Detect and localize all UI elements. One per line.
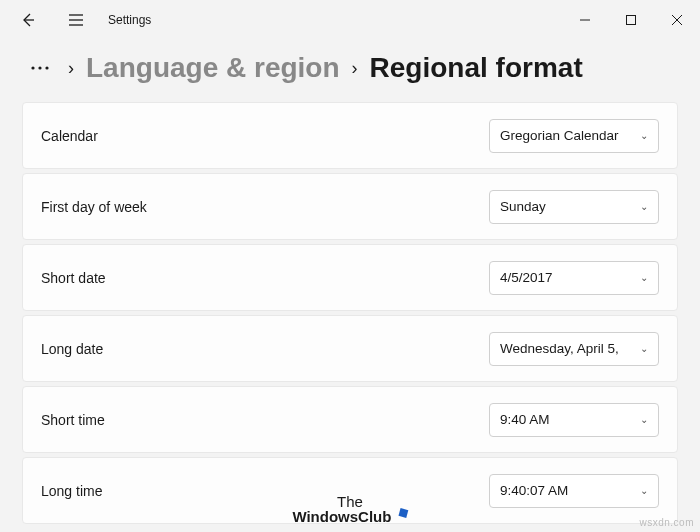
- chevron-down-icon: ⌄: [640, 485, 648, 496]
- titlebar: Settings: [0, 0, 700, 40]
- hamburger-icon: [68, 12, 84, 28]
- window-controls: [562, 4, 700, 36]
- setting-label: Calendar: [41, 128, 98, 144]
- close-button[interactable]: [654, 4, 700, 36]
- app-title: Settings: [108, 13, 151, 27]
- breadcrumb-current: Regional format: [370, 52, 583, 84]
- dropdown-value: 4/5/2017: [500, 270, 553, 285]
- setting-row-short-time: Short time 9:40 AM ⌄: [22, 386, 678, 453]
- svg-point-9: [38, 66, 41, 69]
- long-time-dropdown[interactable]: 9:40:07 AM ⌄: [489, 474, 659, 508]
- setting-label: First day of week: [41, 199, 147, 215]
- setting-label: Long time: [41, 483, 102, 499]
- maximize-button[interactable]: [608, 4, 654, 36]
- chevron-down-icon: ⌄: [640, 130, 648, 141]
- dropdown-value: Gregorian Calendar: [500, 128, 619, 143]
- setting-label: Long date: [41, 341, 103, 357]
- close-icon: [672, 15, 682, 25]
- dropdown-value: Sunday: [500, 199, 546, 214]
- first-day-dropdown[interactable]: Sunday ⌄: [489, 190, 659, 224]
- dropdown-value: 9:40:07 AM: [500, 483, 568, 498]
- breadcrumb-parent-link[interactable]: Language & region: [86, 52, 340, 84]
- setting-row-first-day: First day of week Sunday ⌄: [22, 173, 678, 240]
- setting-row-long-date: Long date Wednesday, April 5, ⌄: [22, 315, 678, 382]
- chevron-down-icon: ⌄: [640, 414, 648, 425]
- svg-point-8: [31, 66, 34, 69]
- chevron-right-icon: ›: [68, 58, 74, 79]
- dropdown-value: Wednesday, April 5,: [500, 341, 619, 356]
- maximize-icon: [626, 15, 636, 25]
- chevron-down-icon: ⌄: [640, 201, 648, 212]
- nav-menu-button[interactable]: [56, 0, 96, 40]
- setting-label: Short date: [41, 270, 106, 286]
- svg-point-10: [45, 66, 48, 69]
- more-horizontal-icon: [30, 64, 50, 72]
- long-date-dropdown[interactable]: Wednesday, April 5, ⌄: [489, 332, 659, 366]
- breadcrumb: › Language & region › Regional format: [0, 40, 700, 102]
- settings-list: Calendar Gregorian Calendar ⌄ First day …: [0, 102, 700, 524]
- setting-row-short-date: Short date 4/5/2017 ⌄: [22, 244, 678, 311]
- setting-label: Short time: [41, 412, 105, 428]
- setting-row-calendar: Calendar Gregorian Calendar ⌄: [22, 102, 678, 169]
- chevron-right-icon: ›: [352, 58, 358, 79]
- titlebar-left: Settings: [8, 0, 562, 40]
- back-button[interactable]: [8, 0, 48, 40]
- short-date-dropdown[interactable]: 4/5/2017 ⌄: [489, 261, 659, 295]
- minimize-button[interactable]: [562, 4, 608, 36]
- back-arrow-icon: [20, 12, 36, 28]
- dropdown-value: 9:40 AM: [500, 412, 550, 427]
- calendar-dropdown[interactable]: Gregorian Calendar ⌄: [489, 119, 659, 153]
- setting-row-long-time: Long time 9:40:07 AM ⌄: [22, 457, 678, 524]
- svg-rect-5: [627, 16, 636, 25]
- chevron-down-icon: ⌄: [640, 343, 648, 354]
- breadcrumb-overflow-button[interactable]: [24, 62, 56, 74]
- chevron-down-icon: ⌄: [640, 272, 648, 283]
- short-time-dropdown[interactable]: 9:40 AM ⌄: [489, 403, 659, 437]
- minimize-icon: [580, 15, 590, 25]
